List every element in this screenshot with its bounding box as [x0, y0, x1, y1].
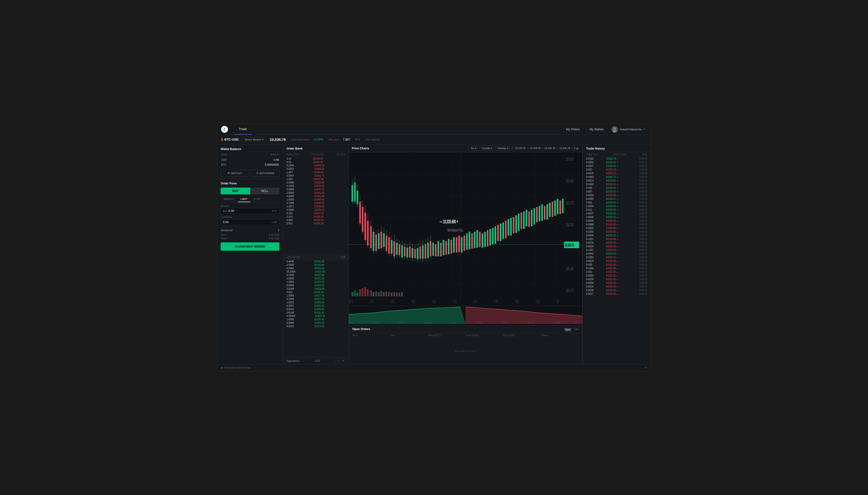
ob-buy-row[interactable]: 3.0000 10331.00 -: [283, 277, 349, 280]
ob-my-size: -: [345, 171, 345, 174]
btc-row: BTC 0.00000000: [220, 162, 279, 167]
ob-sell-row[interactable]: 0.7599 10340.35 -: [283, 201, 349, 205]
ob-buy-row[interactable]: 1.0222 10326.50 -: [283, 301, 349, 304]
trade-price: 10335.00 ↙: [606, 241, 628, 244]
ob-sell-price: 10341.95: [314, 191, 324, 194]
trade-price: 10331.02 ↙: [606, 274, 628, 277]
ob-sell-row[interactable]: 0.0047 10343.75 -: [283, 174, 349, 177]
trade-price: 10339.22 ↗: [606, 216, 628, 219]
svg-rect-106: [495, 226, 496, 244]
ob-buy-row[interactable]: 0.0999 10329.25 -: [283, 284, 349, 287]
limit-price-input[interactable]: [223, 220, 272, 224]
trade-history-row: 0.0234 10331.00 ↙ 9:48:28: [583, 277, 651, 281]
ob-sell-row[interactable]: 0.132 10337.35 -: [283, 211, 349, 215]
ob-buy-row[interactable]: 1.0000 10325.45 -: [283, 318, 349, 321]
tab-stop[interactable]: STOP: [250, 197, 264, 202]
ob-buy-row[interactable]: 6.0000 10325.25 -: [283, 321, 349, 325]
ob-sell-row[interactable]: 3.14 10344.45 -: [283, 157, 349, 160]
ob-buy-row[interactable]: 0.001 10328.15 -: [283, 291, 349, 294]
ob-my-size: -: [345, 188, 345, 191]
ob-my-size: -: [345, 311, 345, 314]
ob-sell-row[interactable]: 0.2999 10344.35 -: [283, 164, 349, 167]
usd-amount: 0.00: [274, 158, 279, 161]
svg-text:$10,480: $10,480: [528, 322, 535, 324]
user-section[interactable]: Satoshi Nakamoto ▾: [609, 125, 647, 134]
svg-text:9:00: 9:00: [536, 299, 540, 304]
logo[interactable]: C: [221, 126, 228, 133]
interval-selector[interactable]: 5m ▾: [469, 146, 478, 151]
ob-sell-row[interactable]: 3.0000 10339.25 -: [283, 208, 349, 211]
gear-icon[interactable]: ⚙: [645, 366, 647, 369]
svg-rect-142: [375, 292, 377, 296]
limit-price-label: Limit Price: [220, 216, 279, 219]
ob-size: 0.0037: [286, 305, 294, 307]
buy-button[interactable]: BUY: [220, 188, 250, 194]
svg-rect-110: [505, 221, 506, 238]
ob-sell-row[interactable]: 1.002 10342.90 -: [283, 177, 349, 181]
change-label: 24h price: [328, 138, 339, 141]
chart-area[interactable]: 9/13 1:00 2:00 3:00 4:00 5:00 6:00 7:00 …: [349, 152, 582, 306]
trade-price: 10336.13 ↙: [606, 183, 628, 186]
amount-input[interactable]: [228, 209, 272, 213]
tab-market[interactable]: MARKET: [220, 197, 238, 202]
center-panel: Order Book Market Size Price (USD) My Si…: [283, 144, 583, 364]
ob-sell-row[interactable]: 1.4371 10340.00 -: [283, 205, 349, 208]
ob-buy-row[interactable]: 0.05000 10325.75 -: [283, 314, 349, 318]
direction-icon: ↗: [617, 213, 618, 215]
ob-sell-row[interactable]: 0.01 10344.40 -: [283, 160, 349, 164]
ob-buy-row[interactable]: 1.0000 10327.95 -: [283, 294, 349, 297]
direction-icon: ↙: [617, 220, 618, 222]
ob-sell-row[interactable]: 2.0000 10342.85 -: [283, 181, 349, 184]
chart-play-btn[interactable]: ▶: [576, 146, 579, 151]
chart-type-selector[interactable]: Candle ▾: [480, 146, 494, 151]
advanced-toggle[interactable]: Advanced ▾: [220, 227, 279, 233]
depth-chart[interactable]: -300 $10,180 $10,230 $10,280 $10,330 $10…: [349, 306, 582, 325]
ob-sell-row[interactable]: 5.601 10336.30 -: [283, 222, 349, 225]
ob-buy-row[interactable]: 0.0021 10324.50 -: [283, 325, 349, 328]
agg-plus-btn[interactable]: +: [341, 359, 345, 363]
my-wallets-btn[interactable]: My Wallets: [586, 126, 608, 133]
ob-sell-row[interactable]: 1.007 10344.00 -: [283, 171, 349, 174]
ob-sell-row[interactable]: 3.000 10336.35 -: [283, 218, 349, 222]
ob-buy-row[interactable]: 1.2904 10329.35 -: [283, 280, 349, 284]
overlay-selector[interactable]: Overlay ▾: [495, 146, 510, 151]
deposit-button[interactable]: ⊕ DEPOSIT: [220, 170, 249, 176]
trade-history-row: 0.0093 10338.27 ↗ 9:49:28: [583, 197, 651, 201]
ob-buy-row[interactable]: 0.1000 10327.25 -: [283, 297, 349, 301]
ob-my-size: -: [345, 164, 345, 167]
ob-buy-row[interactable]: 0.0984 10333.50 -: [283, 267, 349, 270]
max-link[interactable]: Max: [223, 210, 228, 212]
select-market-btn[interactable]: Select Market ▾: [243, 137, 266, 142]
my-orders-btn[interactable]: My Orders: [562, 126, 584, 133]
ob-sell-row[interactable]: 2.0000 10341.95 -: [283, 191, 349, 194]
ob-my-size: -: [345, 308, 345, 311]
ob-sell-row[interactable]: 0.5922 10344.30 -: [283, 167, 349, 171]
tab-limit[interactable]: LIMIT: [238, 197, 250, 202]
trade-history-row: 0.0047 10338.05 ↗ 9:50:02: [583, 164, 651, 168]
ob-buy-row[interactable]: 0.0023 10326.40 -: [283, 308, 349, 311]
ob-sell-row[interactable]: 0.1000 10342.65 -: [283, 184, 349, 188]
place-order-button[interactable]: PLACE BUY ORDER: [220, 242, 279, 251]
svg-rect-113: [513, 217, 514, 234]
ob-buy-row[interactable]: 0.6168 10326.30 -: [283, 311, 349, 314]
svg-text:1:00: 1:00: [370, 299, 374, 304]
ob-buy-row[interactable]: 3.0268 10329.00 -: [283, 287, 349, 291]
withdraw-button[interactable]: ⊖ WITHDRAW: [251, 170, 280, 176]
tab-open[interactable]: Open: [565, 328, 571, 331]
ob-buy-row[interactable]: 4.4045 10335.05 -: [283, 260, 349, 263]
ob-sell-row[interactable]: 1.0000 10340.65 -: [283, 198, 349, 201]
ob-buy-row[interactable]: 0.7599 10332.90 -: [283, 274, 349, 277]
ob-buy-row[interactable]: 2.5000 10334.95 -: [283, 263, 349, 267]
sell-button[interactable]: SELL: [250, 188, 280, 194]
agg-minus-btn[interactable]: −: [335, 359, 340, 363]
trade-size: 0.0952: [586, 161, 598, 164]
ob-sell-row[interactable]: 0.6000 10341.80 -: [283, 194, 349, 198]
ob-buy-row[interactable]: 25.3000 10333.00 -: [283, 270, 349, 274]
tab-fills[interactable]: Fills: [574, 328, 579, 331]
ob-sell-row[interactable]: 0.0688 10342.15 -: [283, 188, 349, 191]
trade-history-row: 0.0353 10336.01 ↙ 9:48:54: [583, 256, 651, 259]
ob-sell-row[interactable]: 2.414 10336.55 -: [283, 215, 349, 218]
trade-size: 0.0045: [586, 220, 598, 222]
tab-trade[interactable]: Trade: [234, 124, 252, 135]
ob-buy-row[interactable]: 0.0037 10326.45 -: [283, 304, 349, 308]
